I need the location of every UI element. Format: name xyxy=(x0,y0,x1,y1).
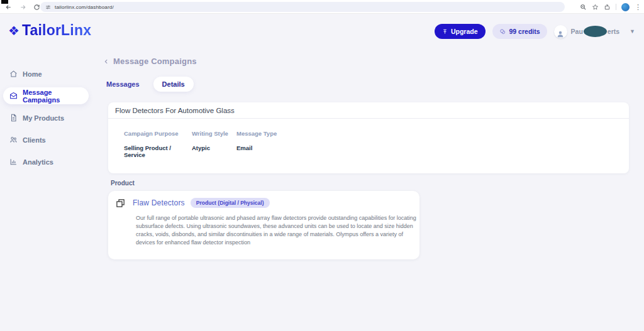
extensions-button[interactable] xyxy=(604,4,611,11)
upgrade-button[interactable]: Upgrade xyxy=(435,24,486,39)
sidebar-item-my-products[interactable]: My Products xyxy=(3,109,89,126)
credits-label: 99 credits xyxy=(509,28,540,35)
back-arrow-icon xyxy=(5,4,12,11)
browser-menu-button[interactable]: ⋮ xyxy=(635,4,641,11)
sidebar-item-label: Analytics xyxy=(23,158,53,166)
arrow-up-icon xyxy=(442,29,448,35)
upgrade-label: Upgrade xyxy=(451,28,478,35)
product-title: Flaw Detectors xyxy=(133,198,185,207)
sidebar-item-home[interactable]: Home xyxy=(3,65,89,82)
zoom-button[interactable] xyxy=(580,4,587,11)
tab-messages[interactable]: Messages xyxy=(105,77,141,92)
logo-diamond-icon: ❖ xyxy=(8,24,19,37)
person-icon xyxy=(556,30,565,38)
sidebar-item-clients[interactable]: Clients xyxy=(3,131,89,148)
sidebar-item-label: Clients xyxy=(23,136,46,144)
user-avatar xyxy=(554,25,567,38)
header-actions: Upgrade 99 credits Pauerts ▼ xyxy=(435,24,635,39)
breadcrumb-back[interactable]: Message Compaigns xyxy=(103,57,197,66)
sidebar-item-label: Home xyxy=(23,70,42,78)
user-name: Pauerts xyxy=(571,26,620,37)
document-icon xyxy=(9,114,18,122)
user-name-right: erts xyxy=(608,28,619,35)
sidebar-item-label: Message Campaigns xyxy=(23,89,89,104)
browser-actions: ⋮ xyxy=(580,2,641,12)
magnifier-icon xyxy=(580,4,587,11)
product-card-header: Flaw Detectors Product (Digital / Physic… xyxy=(116,198,412,208)
browser-profile-avatar[interactable] xyxy=(621,3,630,11)
campaign-details-card: Flow Detectors For Automotive Glass Camp… xyxy=(108,102,629,173)
credits-badge[interactable]: 99 credits xyxy=(492,24,547,39)
user-menu[interactable]: Pauerts ▼ xyxy=(554,25,635,38)
bookmark-button[interactable] xyxy=(592,4,599,11)
campaign-mail-icon xyxy=(9,92,18,100)
coins-icon xyxy=(499,28,506,35)
field-campaign-purpose: Campaign Purpose Selling Product / Servi… xyxy=(124,130,192,158)
sidebar-item-analytics[interactable]: Analytics xyxy=(3,153,89,170)
extensions-icon xyxy=(604,4,611,11)
product-card[interactable]: Flaw Detectors Product (Digital / Physic… xyxy=(108,191,419,259)
screen: tailorlinx.com/dashboard/ ⋮ ❖ TailorLinx… xyxy=(0,0,644,331)
browser-toolbar: tailorlinx.com/dashboard/ ⋮ xyxy=(0,0,644,14)
divider xyxy=(616,4,616,10)
browser-back-button[interactable] xyxy=(3,2,13,12)
field-message-type: Message Type Email xyxy=(236,130,277,158)
chevron-down-icon: ▼ xyxy=(630,28,635,35)
product-type-badge: Product (Digital / Physical) xyxy=(191,198,270,208)
field-value: Atypic xyxy=(192,144,236,151)
clients-people-icon xyxy=(9,136,18,144)
sidebar-item-label: My Products xyxy=(23,114,64,122)
site-settings-icon xyxy=(45,4,51,10)
campaign-title: Flow Detectors For Automotive Glass xyxy=(108,102,629,119)
field-value: Selling Product / Service xyxy=(124,144,192,158)
product-description: Our full range of portable ultrasonic an… xyxy=(136,214,419,247)
product-section-label: Product xyxy=(111,180,135,187)
forward-arrow-icon xyxy=(19,4,26,11)
analytics-chart-icon xyxy=(9,158,18,166)
app-logo[interactable]: ❖ TailorLinx xyxy=(8,22,91,39)
user-name-left: Pau xyxy=(571,28,583,35)
field-writing-style: Writing Style Atypic xyxy=(192,130,236,158)
product-copy-icon xyxy=(116,198,125,208)
refresh-icon xyxy=(33,4,40,11)
field-label: Campaign Purpose xyxy=(124,130,192,137)
tab-bar: Messages Details xyxy=(105,77,194,92)
browser-forward-button[interactable] xyxy=(18,2,28,12)
tab-details[interactable]: Details xyxy=(153,77,194,92)
sidebar-item-message-campaigns[interactable]: Message Campaigns xyxy=(3,87,89,104)
star-icon xyxy=(592,4,599,11)
field-value: Email xyxy=(236,144,277,151)
address-bar[interactable]: tailorlinx.com/dashboard/ xyxy=(40,2,565,12)
home-icon xyxy=(9,70,18,78)
field-label: Writing Style xyxy=(192,130,236,137)
url-text: tailorlinx.com/dashboard/ xyxy=(55,4,114,10)
campaign-fields: Campaign Purpose Selling Product / Servi… xyxy=(108,119,629,173)
logo-wordmark: TailorLinx xyxy=(22,22,91,39)
chevron-left-icon xyxy=(103,58,109,65)
field-label: Message Type xyxy=(236,130,277,137)
redaction-overlay xyxy=(584,26,607,37)
page-title: Message Compaigns xyxy=(113,57,197,66)
